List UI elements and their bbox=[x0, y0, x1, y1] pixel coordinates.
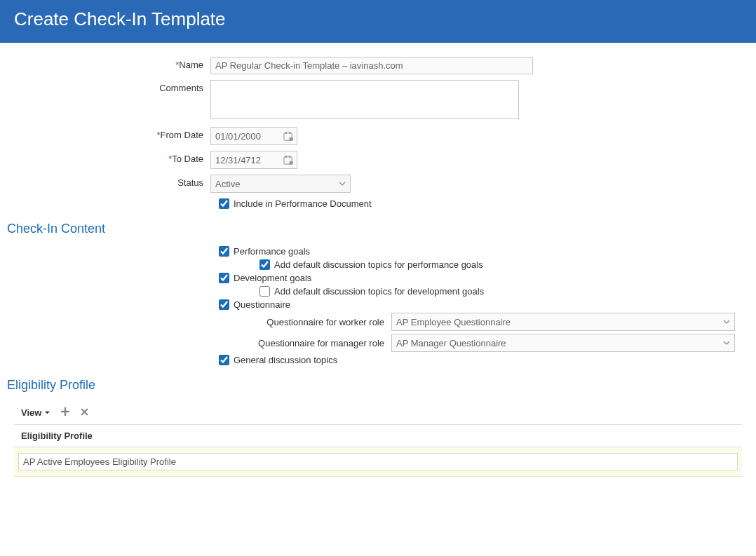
table-row[interactable] bbox=[14, 447, 742, 477]
view-menu-label: View bbox=[21, 407, 41, 418]
questionnaire-label: Questionnaire bbox=[234, 299, 290, 310]
q-manager-value: AP Manager Questionnaire bbox=[396, 338, 506, 348]
to-date-label: *To Date bbox=[7, 151, 210, 164]
eligibility-profile-input[interactable] bbox=[18, 453, 738, 470]
caret-down-icon bbox=[44, 409, 50, 416]
q-worker-value: AP Employee Questionnaire bbox=[396, 317, 511, 327]
perf-goals-default-checkbox[interactable] bbox=[259, 259, 270, 270]
general-topics-checkbox[interactable] bbox=[219, 355, 229, 365]
calendar-icon[interactable] bbox=[283, 155, 294, 165]
status-label: Status bbox=[7, 175, 210, 188]
form-content: *Name Comments *From Date 01/01/2000 *To… bbox=[0, 43, 756, 484]
from-date-label: *From Date bbox=[7, 127, 210, 140]
calendar-icon[interactable] bbox=[283, 131, 294, 142]
to-date-input[interactable]: 12/31/4712 bbox=[210, 151, 297, 169]
perf-goals-label: Performance goals bbox=[234, 246, 310, 257]
svg-rect-6 bbox=[289, 155, 290, 157]
q-manager-label: Questionnaire for manager role bbox=[7, 338, 391, 348]
q-worker-select[interactable]: AP Employee Questionnaire bbox=[391, 313, 735, 331]
eligibility-toolbar: View bbox=[7, 402, 749, 424]
chevron-down-icon bbox=[723, 339, 730, 346]
page-title: Create Check-In Template bbox=[14, 8, 742, 30]
svg-rect-1 bbox=[285, 131, 287, 133]
comments-label: Comments bbox=[7, 80, 210, 93]
include-perf-doc-label: Include in Performance Document bbox=[234, 198, 372, 209]
status-value: Active bbox=[215, 179, 240, 189]
perf-goals-checkbox[interactable] bbox=[219, 246, 229, 257]
dev-goals-label: Development goals bbox=[234, 273, 311, 283]
chevron-down-icon bbox=[339, 180, 346, 187]
chevron-down-icon bbox=[723, 318, 730, 325]
q-worker-label: Questionnaire for worker role bbox=[7, 317, 391, 327]
perf-goals-default-label: Add default discussion topics for perfor… bbox=[274, 259, 483, 270]
page-header: Create Check-In Template bbox=[0, 0, 756, 43]
comments-input[interactable] bbox=[210, 80, 519, 119]
section-eligibility-profile: Eligibility Profile bbox=[7, 378, 749, 393]
svg-rect-5 bbox=[285, 155, 287, 157]
questionnaire-checkbox[interactable] bbox=[219, 299, 229, 310]
q-manager-select[interactable]: AP Manager Questionnaire bbox=[391, 334, 735, 352]
dev-goals-default-label: Add default discussion topics for develo… bbox=[274, 286, 484, 297]
general-topics-label: General discussion topics bbox=[234, 355, 337, 365]
from-date-value: 01/01/2000 bbox=[215, 131, 261, 142]
svg-rect-2 bbox=[289, 131, 290, 133]
eligibility-col-header: Eligibility Profile bbox=[14, 425, 742, 447]
remove-icon[interactable] bbox=[80, 407, 89, 419]
status-select[interactable]: Active bbox=[210, 175, 351, 193]
dev-goals-checkbox[interactable] bbox=[219, 273, 229, 283]
view-menu[interactable]: View bbox=[21, 407, 50, 418]
eligibility-table: Eligibility Profile bbox=[14, 424, 742, 477]
from-date-input[interactable]: 01/01/2000 bbox=[210, 127, 297, 145]
name-input[interactable] bbox=[210, 57, 533, 74]
name-label: *Name bbox=[7, 57, 210, 70]
svg-point-3 bbox=[289, 137, 293, 141]
dev-goals-default-checkbox[interactable] bbox=[259, 286, 270, 297]
svg-point-7 bbox=[289, 161, 293, 165]
include-perf-doc-checkbox[interactable] bbox=[219, 198, 229, 209]
add-icon[interactable] bbox=[60, 407, 70, 419]
section-checkin-content: Check-In Content bbox=[7, 222, 749, 236]
to-date-value: 12/31/4712 bbox=[215, 155, 261, 165]
